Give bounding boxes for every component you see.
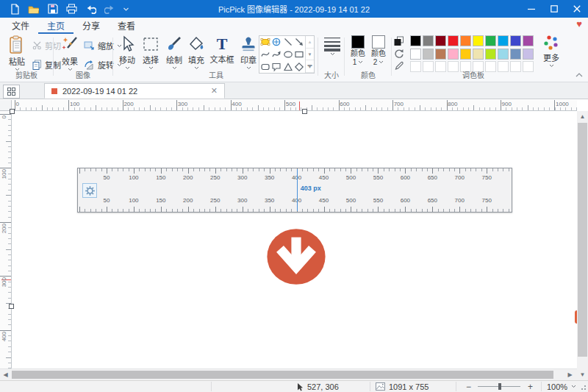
palette-swatch-0-0[interactable] <box>410 35 421 46</box>
shape-ellipse[interactable] <box>282 49 294 61</box>
line-size-button[interactable] <box>322 35 343 56</box>
line-size-dropdown-icon[interactable] <box>330 52 335 56</box>
vertical-scroll-thumb[interactable] <box>578 123 587 357</box>
shape-scroll-down-icon[interactable]: ▼ <box>306 49 314 61</box>
scroll-left-icon[interactable]: ◀ <box>0 369 11 380</box>
selection-handle-left-center[interactable] <box>9 304 14 309</box>
palette-side-tools <box>394 36 404 71</box>
selection-handle-top-center[interactable] <box>302 109 307 114</box>
palette-swatch-1-8[interactable] <box>510 49 521 60</box>
print-icon[interactable] <box>66 4 77 14</box>
ribbon-tab-2[interactable]: 分享 <box>74 18 109 34</box>
fill-tool-button[interactable]: 填充 <box>185 35 207 70</box>
palette-swatch-1-0[interactable] <box>410 49 421 60</box>
shape-arrow-line[interactable] <box>294 36 306 49</box>
ribbon-tab-0[interactable]: 文件 <box>3 18 38 34</box>
eyedropper-icon[interactable] <box>394 61 404 71</box>
move-tool-button[interactable]: 移动 <box>116 35 138 70</box>
effects-button[interactable]: 效果 <box>57 35 82 71</box>
resize-grip[interactable] <box>579 383 587 391</box>
palette-swatch-0-7[interactable] <box>498 35 509 46</box>
color1-button[interactable]: 颜色 1 <box>348 35 368 65</box>
undo-icon[interactable] <box>85 4 96 14</box>
palette-swatch-0-4[interactable] <box>460 35 471 46</box>
palette-swatch-0-8[interactable] <box>510 35 521 46</box>
zoom-out-button[interactable]: − <box>466 381 471 392</box>
paste-button[interactable]: 粘贴 <box>4 35 29 71</box>
ribbon-tab-3[interactable]: 查看 <box>109 18 144 34</box>
more-colors-dropdown-icon[interactable] <box>549 64 554 68</box>
ruler-tool-label-top-50: 50 <box>98 174 115 181</box>
redo-icon[interactable] <box>104 4 115 14</box>
minimize-button[interactable] <box>520 0 542 18</box>
stamp-tool-button[interactable]: 印章 <box>238 35 259 70</box>
palette-swatch-1-1[interactable] <box>423 49 434 60</box>
horizontal-scrollbar[interactable]: ◀ ▶ <box>0 368 577 380</box>
shape-scroll-up-icon[interactable]: ▲ <box>306 36 314 49</box>
shape-highlight[interactable] <box>259 36 271 49</box>
scroll-down-icon[interactable]: ▼ <box>577 369 588 380</box>
zoom-in-button[interactable]: + <box>528 381 533 392</box>
v-ruler-label-100: 100 <box>1 169 7 179</box>
shape-curve-arrow[interactable] <box>271 49 283 61</box>
open-folder-icon[interactable] <box>28 4 40 14</box>
vertical-scrollbar[interactable]: ▲ ▼ <box>577 111 588 380</box>
color1-dropdown-icon[interactable] <box>358 60 363 64</box>
paste-icon <box>9 35 25 54</box>
move-cursor-icon <box>120 35 135 53</box>
close-button[interactable] <box>565 0 588 18</box>
horizontal-scroll-thumb[interactable] <box>12 371 553 379</box>
palette-swatch-1-9[interactable] <box>523 49 534 60</box>
scroll-up-icon[interactable]: ▲ <box>577 111 588 122</box>
color1-num-row: 1 <box>353 59 364 65</box>
shape-crosshair[interactable] <box>271 36 283 49</box>
palette-swatch-0-6[interactable] <box>485 35 496 46</box>
save-icon[interactable] <box>48 4 58 14</box>
palette-swatch-1-4[interactable] <box>460 49 471 60</box>
reset-colors-icon[interactable] <box>394 49 404 58</box>
ruler-tool-label-bottom-550: 550 <box>369 197 387 204</box>
selection-handle-top-left[interactable] <box>10 109 15 114</box>
shape-curve[interactable] <box>259 49 271 61</box>
palette-swatch-0-2[interactable] <box>435 35 446 46</box>
canvas[interactable]: 5010015020025030035040045050055060065070… <box>12 111 577 368</box>
textbox-tool-button[interactable]: T 文本框 <box>207 35 237 65</box>
palette-swatch-1-3[interactable] <box>448 49 459 60</box>
h-ruler-label-900: 900 <box>502 101 512 107</box>
select-tool-button[interactable]: 选择 <box>140 35 162 70</box>
h-ruler-label-0: 0 <box>16 101 19 107</box>
palette-swatch-1-6[interactable] <box>485 49 496 60</box>
palette-swatch-0-5[interactable] <box>473 35 484 46</box>
zoom-level-dropdown-icon[interactable] <box>571 385 576 388</box>
ruler-tool-label-top-600: 600 <box>396 174 414 181</box>
new-file-icon[interactable] <box>10 4 20 15</box>
ruler-tool-label-bottom-150: 150 <box>152 197 170 204</box>
quick-access-menu-icon[interactable] <box>123 7 129 11</box>
draw-tool-button[interactable]: 绘制 <box>163 35 185 70</box>
color2-button[interactable]: 颜色 2 <box>369 35 388 65</box>
more-colors-button[interactable]: 更多 <box>539 35 563 68</box>
palette-swatch-0-1[interactable] <box>423 35 434 46</box>
palette-swatch-1-5[interactable] <box>473 49 484 60</box>
ruler-tool-label-top-200: 200 <box>179 174 197 181</box>
scroll-right-icon[interactable]: ▶ <box>564 369 576 380</box>
zoom-level-control[interactable]: 100% <box>547 381 576 392</box>
palette-swatch-1-2[interactable] <box>435 49 446 60</box>
palette-swatch-1-7[interactable] <box>498 49 509 60</box>
ribbon-tab-1[interactable]: 主页 <box>38 18 74 34</box>
document-tab-close-icon[interactable]: ✕ <box>211 87 218 95</box>
ruler-tool-measure-line <box>297 169 298 211</box>
thumbnail-view-button[interactable] <box>3 85 20 99</box>
heart-icon[interactable]: ♥ <box>576 19 582 29</box>
palette-swatch-0-9[interactable] <box>523 35 534 46</box>
document-tab[interactable]: 2022-09-19 14 01 22 ✕ <box>44 83 225 99</box>
palette-swatch-0-3[interactable] <box>448 35 459 46</box>
maximize-button[interactable] <box>542 0 565 18</box>
zoom-slider-thumb[interactable] <box>498 383 501 390</box>
shape-line[interactable] <box>282 36 294 49</box>
collapse-ribbon-icon[interactable] <box>576 73 583 77</box>
swap-colors-icon[interactable] <box>394 36 404 46</box>
shape-rectangle[interactable] <box>294 49 306 61</box>
color2-dropdown-icon[interactable] <box>379 60 384 64</box>
ruler-tool-label-top-350: 350 <box>261 174 279 181</box>
